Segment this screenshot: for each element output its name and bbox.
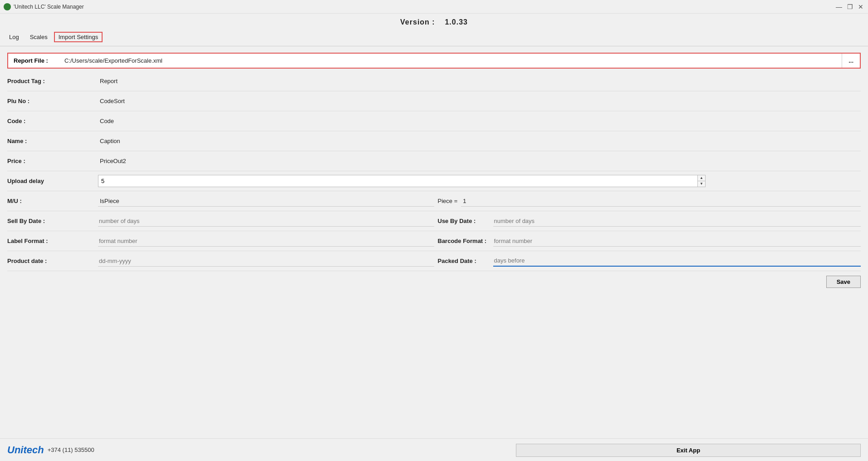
menu-scales[interactable]: Scales (25, 32, 52, 42)
plu-no-row: Plu No : CodeSort (7, 91, 861, 111)
packed-date-right: Packed Date : (434, 255, 861, 267)
code-row: Code : Code (7, 111, 861, 131)
mu-right: Piece = 1 (434, 196, 861, 207)
exit-app-button[interactable]: Exit App (516, 444, 861, 457)
minimize-button[interactable]: — (835, 3, 843, 10)
footer-bar: Unitech +374 (11) 535500 Exit App (0, 438, 868, 461)
sell-date-left: Sell By Date : (7, 216, 434, 227)
upload-delay-input[interactable] (98, 176, 697, 186)
use-by-date-label: Use By Date : (434, 218, 493, 224)
barcode-format-right: Barcode Format : (434, 236, 861, 247)
price-label: Price : (7, 156, 98, 166)
product-tag-row: Product Tag : Report (7, 71, 861, 91)
packed-date-input[interactable] (493, 255, 861, 267)
plu-no-value: CodeSort (98, 96, 861, 106)
name-label: Name : (7, 136, 98, 146)
version-display: Version : 1.0.33 (0, 14, 868, 30)
mu-label: M/U : (7, 198, 98, 204)
restore-button[interactable]: ❐ (846, 3, 853, 10)
footer-logo-text: Unitech (7, 444, 44, 456)
label-format-input[interactable] (98, 236, 434, 247)
product-tag-label: Product Tag : (7, 76, 98, 86)
barcode-format-label: Barcode Format : (434, 238, 493, 244)
code-value: Code (98, 116, 861, 126)
mu-value: IsPiece (98, 196, 434, 207)
close-button[interactable]: ✕ (857, 3, 864, 10)
product-date-input[interactable] (98, 256, 434, 267)
menu-bar: Log Scales Import Settings (0, 30, 868, 44)
mu-left: M/U : IsPiece (7, 196, 434, 207)
footer-phone: +374 (11) 535500 (48, 446, 94, 453)
price-row: Price : PriceOut2 (7, 151, 861, 171)
report-file-row: Report File : C:/Users/scale/ExportedFor… (7, 53, 861, 69)
footer-logo: Unitech +374 (11) 535500 (7, 444, 94, 456)
exit-btn-wrap: Exit App (516, 444, 861, 457)
label-format-label: Label Format : (7, 238, 98, 244)
use-date-right: Use By Date : (434, 216, 861, 227)
price-value: PriceOut2 (98, 156, 861, 166)
mu-row: M/U : IsPiece Piece = 1 (7, 191, 861, 211)
upload-delay-label: Upload delay (7, 176, 98, 186)
sell-by-date-input[interactable] (98, 216, 434, 227)
barcode-format-input[interactable] (493, 236, 861, 247)
product-tag-value: Report (98, 76, 861, 86)
version-label: Version : (400, 18, 435, 26)
save-btn-row: Save (7, 276, 861, 288)
label-format-left: Label Format : (7, 236, 434, 247)
upload-delay-row: Upload delay ▲ ▼ (7, 171, 861, 191)
product-date-label: Product date : (7, 258, 98, 264)
title-bar-controls: — ❐ ✕ (835, 3, 864, 10)
title-bar: 'Unitech LLC' Scale Manager — ❐ ✕ (0, 0, 868, 14)
format-row: Label Format : Barcode Format : (7, 231, 861, 251)
product-packed-date-row: Product date : Packed Date : (7, 251, 861, 271)
report-file-value: C:/Users/scale/ExportedForScale.xml (63, 54, 842, 68)
report-file-label: Report File : (8, 54, 63, 68)
sell-use-date-row: Sell By Date : Use By Date : (7, 211, 861, 231)
menu-divider (0, 46, 868, 46)
menu-import-settings[interactable]: Import Settings (54, 32, 103, 42)
save-button[interactable]: Save (826, 276, 861, 288)
menu-log[interactable]: Log (5, 32, 24, 42)
main-content: Report File : C:/Users/scale/ExportedFor… (0, 48, 868, 294)
piece-eq-label: Piece = (434, 196, 461, 206)
use-by-date-input[interactable] (493, 216, 861, 227)
title-bar-title: 'Unitech LLC' Scale Manager (14, 4, 84, 10)
plu-no-label: Plu No : (7, 96, 98, 106)
name-value: Caption (98, 136, 861, 146)
product-date-left: Product date : (7, 256, 434, 267)
title-bar-left: 'Unitech LLC' Scale Manager (4, 3, 84, 10)
report-file-browse-button[interactable]: ... (842, 54, 860, 68)
packed-date-label: Packed Date : (434, 258, 493, 264)
upload-delay-input-wrap: ▲ ▼ (98, 175, 706, 187)
upload-delay-decrement[interactable]: ▼ (698, 181, 705, 187)
version-value: 1.0.33 (445, 18, 467, 26)
sell-by-date-label: Sell By Date : (7, 218, 98, 224)
name-row: Name : Caption (7, 131, 861, 151)
app-icon (4, 3, 11, 10)
piece-value: 1 (461, 196, 861, 207)
upload-delay-increment[interactable]: ▲ (698, 175, 705, 181)
upload-delay-spinner: ▲ ▼ (697, 175, 705, 186)
code-label: Code : (7, 116, 98, 126)
